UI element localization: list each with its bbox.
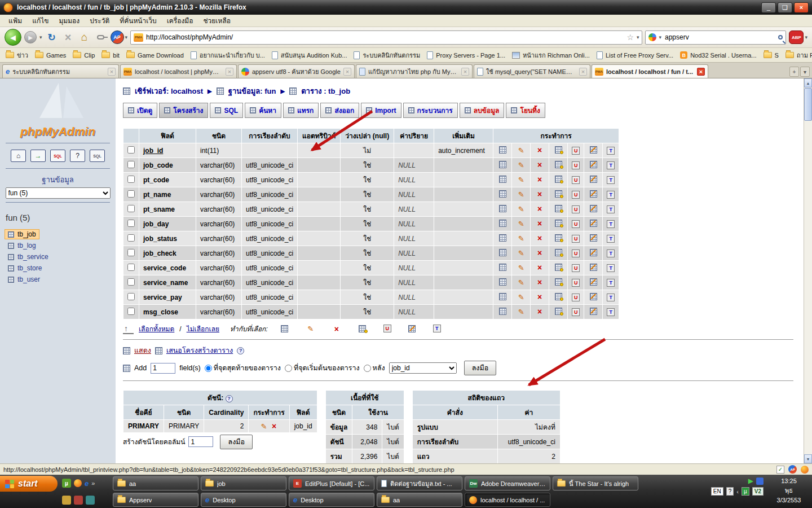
fulltext-icon[interactable]: T — [607, 147, 615, 155]
browser-tab[interactable]: แก้ปัญหาภาษาไทย php กับ MySQL (...× — [356, 64, 473, 78]
app-icon[interactable] — [62, 496, 71, 505]
index-icon[interactable] — [588, 146, 598, 154]
change-icon[interactable]: ✎ — [516, 264, 526, 272]
create-index-count-input[interactable] — [188, 436, 213, 447]
drop-icon[interactable]: × — [535, 264, 545, 272]
row-select-checkbox[interactable] — [127, 220, 135, 227]
browser-tab[interactable]: PMAlocalhost / localhost / fun / t...× — [592, 64, 708, 78]
fulltext-icon[interactable]: T — [607, 176, 615, 184]
row-select-checkbox[interactable] — [127, 161, 135, 168]
primary-icon[interactable] — [553, 307, 563, 316]
index-icon[interactable] — [588, 175, 598, 183]
browser-tab[interactable]: appserv utf8 - ค้นหาด้วย Google× — [238, 64, 355, 78]
bookmark-item[interactable]: Clip — [73, 52, 95, 59]
index-icon[interactable] — [407, 325, 417, 333]
bookmark-item[interactable]: อยากแนะนำเกี่ยวกับ บ... — [191, 50, 265, 60]
index-icon[interactable] — [588, 190, 598, 198]
query-window-icon[interactable]: SQL — [90, 150, 105, 162]
utorrent-icon[interactable]: µ — [62, 479, 71, 488]
search-box[interactable]: ▾ — [645, 30, 786, 45]
taskbar-button[interactable]: ติดต่อฐานข้อมูล.txt - ... — [377, 476, 462, 491]
print-view-link[interactable]: แสดง — [134, 345, 151, 356]
radio-at-end-of-table[interactable] — [205, 365, 212, 372]
browse-icon[interactable] — [497, 175, 508, 183]
browser-tab[interactable]: eระบบคลินิกทันตกรรม× — [2, 64, 119, 78]
database-select[interactable]: fun (5) — [6, 187, 111, 199]
firefox-quicklaunch-icon[interactable] — [74, 479, 82, 487]
status-ap-icon[interactable]: AP — [788, 465, 797, 474]
browse-icon[interactable] — [497, 146, 508, 154]
browse-icon[interactable] — [497, 263, 508, 271]
restore-button[interactable]: ❏ — [778, 2, 792, 13]
primary-icon[interactable] — [553, 160, 563, 169]
index-icon[interactable] — [588, 278, 598, 286]
vertical-scrollbar[interactable]: ▲ ▼ — [804, 78, 812, 463]
primary-icon[interactable] — [553, 175, 563, 183]
pma-tab[interactable]: กระบวนการ — [403, 103, 458, 118]
pma-tab[interactable]: ลบข้อมูล — [460, 103, 505, 118]
fulltext-icon[interactable]: T — [607, 279, 615, 287]
drop-icon[interactable]: × — [535, 249, 545, 257]
appserv-toolbar-button[interactable]: AP ▾ — [111, 30, 128, 44]
bookmark-item[interactable]: ข่าว — [6, 50, 28, 60]
keyring-icon[interactable] — [94, 30, 108, 44]
primary-icon[interactable] — [553, 234, 563, 242]
start-button[interactable]: start — [0, 476, 58, 492]
unique-icon[interactable]: U — [572, 191, 580, 199]
ie-quicklaunch-icon[interactable]: e — [85, 479, 89, 488]
unique-icon[interactable]: U — [572, 220, 580, 228]
help-icon[interactable]: ? — [237, 347, 244, 354]
browse-icon[interactable] — [497, 204, 508, 213]
scroll-down-icon[interactable]: ▼ — [804, 454, 812, 463]
unique-icon[interactable]: U — [572, 205, 580, 213]
tab-close-icon[interactable]: × — [343, 68, 351, 76]
pma-tab[interactable]: โครงสร้าง — [159, 103, 208, 118]
change-icon[interactable]: ✎ — [516, 176, 526, 184]
pma-tab[interactable]: โยนทิ้ง — [506, 103, 545, 118]
fulltext-icon[interactable]: T — [433, 325, 441, 332]
tab-close-icon[interactable]: × — [697, 68, 705, 76]
drop-icon[interactable]: × — [535, 146, 545, 155]
browser-tab[interactable]: ใช้ mysql_query("SET NAMES UTF...× — [474, 64, 590, 78]
pma-tab[interactable]: แทรก — [283, 103, 319, 118]
browse-icon[interactable] — [497, 248, 508, 257]
index-icon[interactable] — [588, 219, 598, 227]
taskbar-button[interactable]: eDesktop — [289, 493, 374, 507]
change-icon[interactable]: ✎ — [516, 190, 526, 199]
taskbar-button[interactable]: localhost / localhost / ... — [465, 493, 550, 507]
stop-button[interactable]: × — [61, 30, 75, 44]
sidebar-table-item[interactable]: tb_user — [5, 274, 43, 284]
index-icon[interactable] — [588, 307, 598, 316]
menu-item[interactable]: มุมมอง — [54, 14, 85, 27]
fulltext-icon[interactable]: T — [607, 220, 615, 228]
bookmark-item[interactable]: List of Free Proxy Serv... — [597, 51, 673, 59]
logout-icon[interactable]: → — [30, 150, 46, 162]
primary-icon[interactable] — [553, 219, 563, 227]
fulltext-icon[interactable]: T — [607, 294, 615, 301]
tray-utorrent-icon[interactable]: µ — [742, 487, 749, 496]
primary-icon[interactable] — [553, 190, 563, 198]
close-button[interactable]: × — [794, 2, 809, 13]
bookmark-item[interactable]: Game Download — [126, 52, 184, 59]
pma-tab[interactable]: Import — [361, 103, 401, 118]
unselect-all-link[interactable]: ไม่เลือกเลย — [187, 323, 219, 334]
tab-close-icon[interactable]: × — [461, 68, 469, 76]
drop-icon[interactable]: × — [535, 308, 545, 316]
drop-icon[interactable]: × — [535, 278, 545, 287]
sql-window-icon[interactable]: SQL — [50, 150, 65, 162]
browse-icon[interactable] — [280, 325, 290, 333]
row-select-checkbox[interactable] — [127, 190, 135, 198]
unique-icon[interactable]: U — [572, 235, 580, 243]
unique-icon[interactable]: U — [572, 294, 580, 301]
row-select-checkbox[interactable] — [127, 308, 135, 315]
tray-arrow-icon[interactable]: ▶ — [748, 477, 753, 485]
index-icon[interactable] — [588, 292, 598, 301]
row-select-checkbox[interactable] — [127, 249, 135, 256]
menu-item[interactable]: แก้ไข — [27, 14, 54, 27]
unique-icon[interactable]: U — [572, 161, 580, 169]
create-index-go-button[interactable]: ลงมือ — [220, 435, 253, 449]
change-icon[interactable]: ✎ — [516, 308, 526, 316]
change-icon[interactable]: ✎ — [516, 161, 526, 169]
drop-icon[interactable]: × — [535, 220, 545, 228]
unique-icon[interactable]: U — [572, 147, 580, 155]
